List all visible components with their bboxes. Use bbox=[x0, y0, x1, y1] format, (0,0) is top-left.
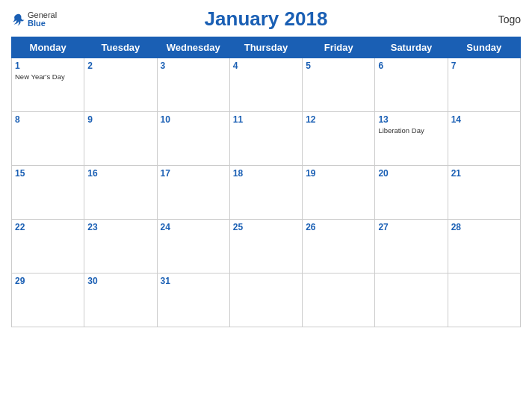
calendar-container: General Blue January 2018 Togo MondayTue… bbox=[0, 0, 532, 411]
calendar-cell: 18 bbox=[229, 166, 302, 220]
day-number: 24 bbox=[161, 222, 226, 232]
day-number: 18 bbox=[233, 168, 299, 179]
day-number: 8 bbox=[15, 114, 81, 125]
calendar-cell: 22 bbox=[12, 220, 84, 274]
day-number: 31 bbox=[161, 276, 226, 286]
day-number: 13 bbox=[378, 114, 444, 125]
weekday-monday: Monday bbox=[12, 37, 84, 58]
calendar-cell bbox=[448, 274, 520, 327]
day-number: 19 bbox=[306, 168, 371, 179]
calendar-cell: 1New Year's Day bbox=[12, 58, 84, 112]
day-number: 9 bbox=[87, 114, 153, 125]
holiday-name: New Year's Day bbox=[15, 72, 81, 81]
holiday-name: Liberation Day bbox=[378, 126, 444, 135]
calendar-cell: 26 bbox=[303, 220, 375, 274]
day-number: 7 bbox=[451, 61, 517, 71]
weekday-header-row: MondayTuesdayWednesdayThursdayFridaySatu… bbox=[12, 37, 521, 58]
day-number: 30 bbox=[87, 276, 153, 286]
day-number: 28 bbox=[451, 222, 517, 232]
calendar-cell bbox=[229, 274, 302, 327]
calendar-cell: 15 bbox=[12, 166, 84, 220]
day-number: 26 bbox=[306, 222, 371, 232]
day-number: 10 bbox=[161, 114, 226, 125]
calendar-cell: 6 bbox=[375, 58, 448, 112]
calendar-cell: 21 bbox=[448, 166, 520, 220]
calendar-cell: 5 bbox=[303, 58, 375, 112]
week-row-4: 22232425262728 bbox=[12, 220, 521, 274]
calendar-cell: 7 bbox=[448, 58, 520, 112]
calendar-cell: 14 bbox=[448, 112, 520, 166]
calendar-title: January 2018 bbox=[205, 7, 328, 31]
weekday-tuesday: Tuesday bbox=[84, 37, 157, 58]
week-row-2: 8910111213Liberation Day14 bbox=[12, 112, 521, 166]
country-label: Togo bbox=[498, 13, 521, 25]
week-row-5: 293031 bbox=[12, 274, 521, 327]
calendar-cell: 4 bbox=[229, 58, 302, 112]
day-number: 20 bbox=[378, 168, 444, 179]
calendar-cell: 12 bbox=[303, 112, 375, 166]
day-number: 2 bbox=[87, 61, 153, 71]
calendar-cell: 17 bbox=[157, 166, 229, 220]
week-row-1: 1New Year's Day234567 bbox=[12, 58, 521, 112]
calendar-cell: 8 bbox=[12, 112, 84, 166]
calendar-cell: 20 bbox=[375, 166, 448, 220]
calendar-cell: 29 bbox=[12, 274, 84, 327]
day-number: 17 bbox=[161, 168, 226, 179]
calendar-cell: 30 bbox=[84, 274, 157, 327]
day-number: 25 bbox=[233, 222, 299, 232]
logo-bird-icon bbox=[11, 13, 26, 26]
day-number: 6 bbox=[378, 61, 444, 71]
day-number: 23 bbox=[87, 222, 153, 232]
calendar-cell: 28 bbox=[448, 220, 520, 274]
weekday-thursday: Thursday bbox=[229, 37, 302, 58]
day-number: 22 bbox=[15, 222, 81, 232]
logo-area: General Blue bbox=[11, 11, 57, 28]
day-number: 21 bbox=[451, 168, 517, 179]
day-number: 15 bbox=[15, 168, 81, 179]
day-number: 27 bbox=[378, 222, 444, 232]
day-number: 3 bbox=[161, 61, 226, 71]
calendar-cell bbox=[375, 274, 448, 327]
calendar-cell: 13Liberation Day bbox=[375, 112, 448, 166]
calendar-cell: 27 bbox=[375, 220, 448, 274]
calendar-cell: 16 bbox=[84, 166, 157, 220]
weekday-saturday: Saturday bbox=[375, 37, 448, 58]
day-number: 11 bbox=[233, 114, 299, 125]
weekday-sunday: Sunday bbox=[448, 37, 520, 58]
calendar-cell: 25 bbox=[229, 220, 302, 274]
calendar-cell bbox=[303, 274, 375, 327]
calendar-cell: 23 bbox=[84, 220, 157, 274]
calendar-cell: 19 bbox=[303, 166, 375, 220]
day-number: 5 bbox=[306, 61, 371, 71]
calendar-cell: 9 bbox=[84, 112, 157, 166]
logo-text: General Blue bbox=[28, 11, 57, 28]
calendar-cell: 24 bbox=[157, 220, 229, 274]
calendar-cell: 2 bbox=[84, 58, 157, 112]
calendar-cell: 11 bbox=[229, 112, 302, 166]
day-number: 29 bbox=[15, 276, 81, 286]
calendar-cell: 31 bbox=[157, 274, 229, 327]
day-number: 1 bbox=[15, 61, 81, 71]
weekday-friday: Friday bbox=[303, 37, 375, 58]
weekday-wednesday: Wednesday bbox=[157, 37, 229, 58]
calendar-cell: 3 bbox=[157, 58, 229, 112]
day-number: 12 bbox=[306, 114, 371, 125]
day-number: 4 bbox=[233, 61, 299, 71]
calendar-cell: 10 bbox=[157, 112, 229, 166]
day-number: 16 bbox=[87, 168, 153, 179]
week-row-3: 15161718192021 bbox=[12, 166, 521, 220]
day-number: 14 bbox=[451, 114, 517, 125]
logo-general: General bbox=[28, 11, 57, 19]
logo-blue: Blue bbox=[28, 19, 57, 28]
calendar-header: General Blue January 2018 Togo bbox=[11, 7, 521, 31]
calendar-grid: MondayTuesdayWednesdayThursdayFridaySatu… bbox=[11, 37, 521, 327]
